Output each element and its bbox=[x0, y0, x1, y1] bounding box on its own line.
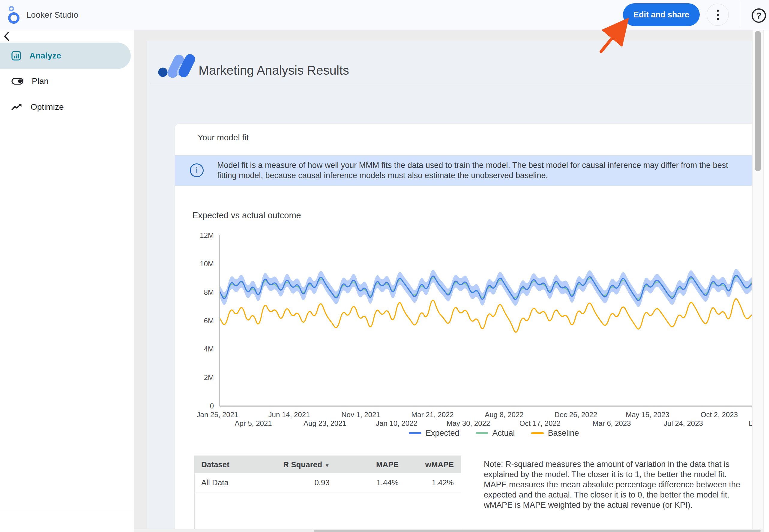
legend-label: Actual bbox=[492, 429, 515, 438]
x-tick-label: May 30, 2022 bbox=[444, 419, 492, 428]
chart-legend: Expected Actual Baseline bbox=[409, 429, 579, 438]
plan-toggle-icon bbox=[11, 77, 23, 85]
x-tick-label: Mar 6, 2023 bbox=[588, 419, 636, 428]
horizontal-scrollbar-thumb[interactable] bbox=[314, 530, 761, 532]
info-banner-text: Model fit is a measure of how well your … bbox=[217, 160, 745, 181]
x-tick-label: May 15, 2023 bbox=[624, 411, 672, 419]
legend-item-expected: Expected bbox=[409, 429, 459, 438]
legend-label: Baseline bbox=[548, 429, 579, 438]
sidebar-item-label: Optimize bbox=[31, 102, 64, 112]
window-edge-strip bbox=[764, 30, 769, 532]
report-page: Marketing Analysis Results Your model fi… bbox=[147, 40, 752, 532]
report-title-divider bbox=[150, 84, 752, 84]
y-tick-label: 0 bbox=[187, 402, 214, 410]
y-tick-label: 8M bbox=[187, 288, 214, 297]
x-tick-label: Jan 25, 2021 bbox=[193, 411, 241, 419]
help-icon[interactable]: ? bbox=[752, 8, 766, 23]
app-title: Looker Studio bbox=[26, 0, 78, 30]
cell-dataset: All Data bbox=[195, 478, 270, 487]
sidebar-divider bbox=[0, 510, 134, 510]
looker-studio-logo-icon bbox=[7, 5, 20, 25]
x-tick-label: Mar 21, 2022 bbox=[408, 411, 456, 419]
sidebar: Analyze Plan Optimize bbox=[0, 30, 134, 532]
info-banner: i Model fit is a measure of how well you… bbox=[175, 155, 752, 186]
report-title: Marketing Analysis Results bbox=[199, 63, 349, 78]
col-r-squared[interactable]: R Squared▼ bbox=[270, 460, 330, 469]
sidebar-item-optimize[interactable]: Optimize bbox=[0, 94, 131, 120]
x-tick-label: Oct 17, 2022 bbox=[516, 419, 564, 428]
sidebar-item-analyze[interactable]: Analyze bbox=[0, 43, 131, 69]
collapse-sidebar-button[interactable] bbox=[0, 30, 13, 43]
y-tick-label: 10M bbox=[187, 260, 214, 268]
col-wmape[interactable]: wMAPE bbox=[399, 460, 454, 469]
sidebar-item-label: Plan bbox=[32, 76, 49, 86]
edit-and-share-button[interactable]: Edit and share bbox=[623, 3, 700, 26]
chevron-left-icon bbox=[3, 31, 10, 41]
metrics-note: Note: R-squared measures the amount of v… bbox=[484, 459, 741, 510]
sidebar-item-label: Analyze bbox=[29, 51, 61, 61]
table-header-row: Dataset R Squared▼ MAPE wMAPE bbox=[195, 456, 461, 473]
x-tick-label: Jan 10, 2022 bbox=[373, 419, 421, 428]
sort-desc-icon: ▼ bbox=[325, 463, 330, 468]
topbar-divider bbox=[740, 2, 740, 28]
col-mape[interactable]: MAPE bbox=[330, 460, 399, 469]
y-tick-label: 4M bbox=[187, 345, 214, 353]
col-dataset[interactable]: Dataset bbox=[195, 460, 270, 469]
kebab-menu-icon bbox=[717, 10, 719, 20]
analyze-chart-icon bbox=[11, 51, 21, 61]
vertical-scrollbar-thumb[interactable] bbox=[755, 31, 761, 171]
legend-item-actual: Actual bbox=[476, 429, 515, 438]
x-tick-label: Aug 8, 2022 bbox=[480, 411, 528, 419]
y-tick-label: 2M bbox=[187, 373, 214, 382]
x-tick-label: Nov 1, 2021 bbox=[337, 411, 385, 419]
baseline-swatch bbox=[531, 432, 544, 434]
cell-wmape: 1.42% bbox=[399, 478, 454, 487]
vertical-scrollbar[interactable] bbox=[753, 30, 763, 532]
more-options-button[interactable] bbox=[707, 4, 729, 26]
card-title: Your model fit bbox=[198, 133, 249, 142]
info-icon: i bbox=[190, 163, 204, 177]
model-fit-metrics-table: Dataset R Squared▼ MAPE wMAPE All Data 0… bbox=[194, 456, 461, 532]
optimize-trending-up-icon bbox=[11, 103, 22, 111]
x-tick-label: Oct 2, 2023 bbox=[695, 411, 743, 419]
x-tick-label: Apr 5, 2021 bbox=[229, 419, 277, 428]
horizontal-scrollbar[interactable] bbox=[134, 529, 763, 532]
legend-item-baseline: Baseline bbox=[531, 429, 579, 438]
table-row: All Data 0.93 1.44% 1.42% bbox=[195, 473, 461, 492]
chart-title: Expected vs actual outcome bbox=[192, 211, 301, 220]
cell-r-squared: 0.93 bbox=[270, 478, 330, 487]
x-tick-label: Jun 14, 2021 bbox=[265, 411, 313, 419]
x-tick-label: Jul 24, 2023 bbox=[660, 419, 708, 428]
actual-swatch bbox=[476, 432, 488, 434]
legend-label: Expected bbox=[426, 429, 459, 438]
meridian-logo bbox=[158, 54, 195, 78]
expected-swatch bbox=[409, 432, 421, 434]
y-tick-label: 6M bbox=[187, 317, 214, 325]
x-tick-label: Aug 23, 2021 bbox=[301, 419, 349, 428]
y-tick-label: 12M bbox=[187, 231, 214, 240]
model-fit-card: Your model fit i Model fit is a measure … bbox=[175, 124, 752, 532]
sidebar-item-plan[interactable]: Plan bbox=[0, 68, 131, 94]
x-tick-label: Dec bbox=[731, 419, 752, 428]
x-tick-label: Dec 26, 2022 bbox=[552, 411, 600, 419]
top-bar: Looker Studio Edit and share ? bbox=[0, 0, 769, 30]
model-fit-line-chart[interactable] bbox=[220, 234, 752, 407]
cell-mape: 1.44% bbox=[330, 478, 399, 487]
